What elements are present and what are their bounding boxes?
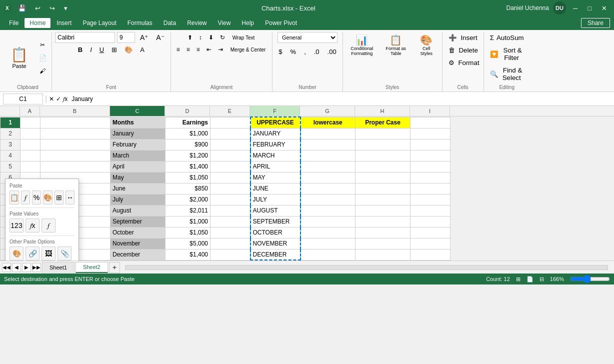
- cell-a1[interactable]: [20, 117, 40, 128]
- cell-d11[interactable]: $1,050: [166, 227, 210, 238]
- cell-d1[interactable]: Earnings: [166, 117, 210, 128]
- cell-i7[interactable]: [410, 183, 450, 194]
- cell-b5[interactable]: [40, 161, 110, 172]
- cell-e13[interactable]: [210, 249, 250, 260]
- cell-b4[interactable]: [40, 150, 110, 161]
- wrap-text-button[interactable]: Wrap Text: [229, 34, 258, 42]
- cell-i8[interactable]: [410, 194, 450, 205]
- cell-h7[interactable]: [356, 183, 410, 194]
- decrease-font-button[interactable]: A⁻: [153, 32, 167, 43]
- cancel-formula-button[interactable]: ✕: [49, 96, 54, 102]
- col-header-d[interactable]: D: [165, 106, 210, 116]
- paste-values-btn-3[interactable]: 𝑓: [42, 218, 56, 232]
- cell-i11[interactable]: [410, 227, 450, 238]
- grid-container[interactable]: 1 Months Earnings UPPERCASE lowercase Pr…: [0, 116, 614, 260]
- cell-a5[interactable]: [20, 161, 40, 172]
- cell-f6[interactable]: MAY: [250, 172, 300, 183]
- align-left-button[interactable]: ≡: [174, 44, 182, 55]
- cell-g4[interactable]: [300, 150, 356, 161]
- percent-button[interactable]: %: [288, 46, 300, 57]
- copy-button[interactable]: 📄: [36, 52, 50, 64]
- cell-b1[interactable]: [40, 117, 110, 128]
- cell-g1[interactable]: lowercase: [300, 117, 356, 128]
- cell-d4[interactable]: $1,200: [166, 150, 210, 161]
- sheet-nav-next[interactable]: ▶: [22, 263, 31, 272]
- col-header-a[interactable]: A: [20, 106, 40, 116]
- cell-e11[interactable]: [210, 227, 250, 238]
- col-header-f[interactable]: F: [250, 106, 300, 116]
- paste-icon-btn-1[interactable]: 📋: [10, 190, 19, 204]
- format-painter-button[interactable]: 🖌: [36, 66, 50, 76]
- menu-formulas[interactable]: Formulas: [122, 18, 158, 28]
- cell-e2[interactable]: [210, 128, 250, 139]
- zoom-slider[interactable]: [570, 275, 610, 283]
- more-btn[interactable]: ▾: [61, 4, 70, 13]
- cell-g12[interactable]: [300, 238, 356, 249]
- menu-data[interactable]: Data: [158, 18, 181, 28]
- align-middle-button[interactable]: ↕: [196, 32, 204, 43]
- paste-formatting-btn[interactable]: 🎨: [10, 246, 24, 260]
- find-select-button[interactable]: 🔍 Find & Select: [487, 64, 527, 84]
- cut-button[interactable]: ✂: [36, 40, 50, 50]
- cell-f1[interactable]: UPPERCASE: [250, 117, 300, 128]
- col-header-b[interactable]: B: [40, 106, 110, 116]
- cell-c3[interactable]: February: [110, 139, 166, 150]
- cell-b2[interactable]: [40, 128, 110, 139]
- cell-c5[interactable]: April: [110, 161, 166, 172]
- sort-filter-button[interactable]: 🔽 Sort & Filter: [487, 44, 527, 64]
- cell-g2[interactable]: [300, 128, 356, 139]
- undo-button[interactable]: ↩: [32, 4, 44, 13]
- cell-g11[interactable]: [300, 227, 356, 238]
- cell-i10[interactable]: [410, 216, 450, 227]
- autosum-button[interactable]: Σ AutoSum: [487, 32, 527, 44]
- cell-f4[interactable]: MARCH: [250, 150, 300, 161]
- insert-button[interactable]: ➕ Insert: [446, 32, 480, 44]
- conditional-formatting-button[interactable]: 📊 ConditionalFormatting: [346, 32, 378, 58]
- cell-e10[interactable]: [210, 216, 250, 227]
- number-format-dropdown[interactable]: General Number Currency Percentage: [278, 32, 338, 43]
- cell-i3[interactable]: [410, 139, 450, 150]
- cell-d5[interactable]: $1,400: [166, 161, 210, 172]
- cell-g8[interactable]: [300, 194, 356, 205]
- cell-h3[interactable]: [356, 139, 410, 150]
- menu-help[interactable]: Help: [236, 18, 259, 28]
- cell-e3[interactable]: [210, 139, 250, 150]
- menu-view[interactable]: View: [213, 18, 236, 28]
- redo-button[interactable]: ↪: [46, 4, 58, 13]
- cell-a4[interactable]: [20, 150, 40, 161]
- paste-values-btn-2[interactable]: 𝑓x: [26, 218, 40, 232]
- row-num-4[interactable]: 4: [0, 150, 20, 161]
- align-top-button[interactable]: ⬆: [185, 32, 195, 43]
- cell-h5[interactable]: [356, 161, 410, 172]
- italic-button[interactable]: I: [87, 44, 95, 55]
- cell-e12[interactable]: [210, 238, 250, 249]
- cell-h9[interactable]: [356, 205, 410, 216]
- cell-f3[interactable]: FEBRUARY: [250, 139, 300, 150]
- cell-h12[interactable]: [356, 238, 410, 249]
- align-right-button[interactable]: ≡: [194, 44, 202, 55]
- bold-button[interactable]: B: [75, 44, 86, 55]
- cell-e4[interactable]: [210, 150, 250, 161]
- cell-d6[interactable]: $1,050: [166, 172, 210, 183]
- cell-c10[interactable]: September: [110, 216, 166, 227]
- page-break-icon[interactable]: ⊟: [540, 276, 544, 282]
- cell-d13[interactable]: $1,400: [166, 249, 210, 260]
- paste-icon-btn-2[interactable]: 𝑓: [21, 190, 30, 204]
- col-header-c[interactable]: C: [110, 106, 165, 116]
- cell-h13[interactable]: [356, 249, 410, 260]
- cell-g6[interactable]: [300, 172, 356, 183]
- cell-d8[interactable]: $2,000: [166, 194, 210, 205]
- cell-c13[interactable]: December: [110, 249, 166, 260]
- share-button[interactable]: Share: [581, 18, 610, 28]
- cell-f7[interactable]: JUNE: [250, 183, 300, 194]
- decrease-indent-button[interactable]: ⇤: [204, 44, 214, 55]
- currency-button[interactable]: $: [276, 46, 285, 57]
- paste-icon-btn-6[interactable]: ↔: [66, 190, 74, 204]
- cell-e9[interactable]: [210, 205, 250, 216]
- add-sheet-button[interactable]: ＋: [109, 262, 120, 273]
- paste-icon-btn-4[interactable]: 🎨: [43, 190, 52, 204]
- decrease-decimal-button[interactable]: .0: [311, 46, 322, 57]
- paste-values-btn-1[interactable]: 123: [10, 218, 24, 232]
- row-num-5[interactable]: 5: [0, 161, 20, 172]
- cell-reference-box[interactable]: [3, 94, 43, 104]
